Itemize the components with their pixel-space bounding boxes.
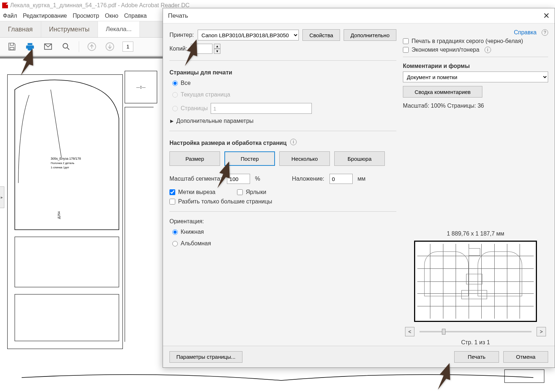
comments-select[interactable]: Документ и пометки	[403, 72, 548, 82]
expand-handle-icon[interactable]: ▸	[0, 186, 4, 208]
page-number-input[interactable]	[122, 42, 133, 52]
help-link[interactable]: Справка	[514, 29, 537, 36]
dialog-titlebar: Печать ✕	[163, 8, 555, 23]
cut-marks-checkbox[interactable]: Метки выреза	[169, 189, 215, 195]
properties-button[interactable]: Свойства	[302, 29, 340, 41]
tab-tools[interactable]: Инструменты	[41, 21, 98, 37]
menu-file[interactable]: Файл	[3, 13, 17, 19]
help-info-icon[interactable]: ?	[542, 29, 548, 36]
mode-multiple-button[interactable]: Несколько	[279, 151, 330, 166]
menu-window[interactable]: Окно	[105, 13, 118, 19]
tile-scale-input[interactable]	[227, 174, 250, 184]
svg-rect-4	[15, 294, 119, 341]
only-large-checkbox[interactable]: Разбить только большие страницы	[169, 198, 396, 205]
spin-down-icon[interactable]: ▼	[214, 49, 220, 54]
advanced-button[interactable]: Дополнительно	[344, 29, 396, 41]
copies-spinner[interactable]: ▲▼	[191, 44, 220, 54]
radio-pages[interactable]: Страницы	[169, 102, 396, 115]
svg-rect-9	[504, 370, 544, 383]
pattern-preview: 305s_Блуза 178/178 Полочка 2 деталь 1-сп…	[7, 74, 123, 349]
grayscale-checkbox[interactable]: Печать в градациях серого (черно-белая)	[403, 38, 548, 44]
printer-select[interactable]: Canon LBP3010/LBP3018/LBP3050	[198, 30, 299, 40]
menu-view[interactable]: Просмотр	[73, 13, 99, 19]
percent-label: %	[255, 176, 260, 182]
mode-size-button[interactable]: Размер	[169, 151, 220, 166]
labels-checkbox[interactable]: Ярлыки	[237, 189, 266, 195]
print-dialog: Печать ✕ Принтер: Canon LBP3010/LBP3018/…	[163, 8, 555, 368]
info-icon[interactable]: i	[485, 47, 491, 53]
pages-section-title: Страницы для печати	[169, 69, 396, 76]
menu-help[interactable]: Справка	[124, 13, 147, 19]
svg-point-0	[63, 43, 68, 48]
print-icon[interactable]	[25, 41, 35, 52]
info-icon[interactable]: i	[290, 139, 297, 145]
preview-dims: 1 889,76 x 1 187,7 мм	[403, 231, 548, 237]
tab-document[interactable]: Лекала...	[98, 21, 140, 37]
print-button[interactable]: Печать	[454, 351, 499, 363]
close-icon[interactable]: ✕	[543, 11, 550, 21]
divider	[79, 41, 79, 52]
radio-landscape[interactable]: Альбомная	[169, 239, 396, 248]
pdf-icon	[2, 3, 8, 8]
radio-all[interactable]: Все	[169, 79, 396, 87]
dialog-title: Печать	[168, 12, 188, 20]
preview-nav: < >	[403, 327, 548, 336]
mode-poster-button[interactable]: Постер	[224, 151, 275, 166]
svg-text:305s_Блуза 178/178: 305s_Блуза 178/178	[51, 157, 81, 160]
svg-text:Д254: Д254	[57, 211, 61, 219]
svg-rect-3	[15, 237, 119, 287]
printer-label: Принтер:	[169, 32, 194, 38]
mail-icon[interactable]	[43, 41, 53, 52]
radio-portrait[interactable]: Книжная	[169, 228, 396, 236]
search-icon[interactable]	[61, 41, 72, 52]
overlap-input[interactable]	[330, 174, 353, 184]
orientation-label: Ориентация:	[169, 218, 396, 225]
summarize-button[interactable]: Сводка комментариев	[403, 86, 482, 98]
scale-info: Масштаб: 100% Страницы: 36	[403, 103, 548, 109]
svg-text:Полочка 2 деталь: Полочка 2 деталь	[51, 161, 74, 165]
mode-booklet-button[interactable]: Брошюра	[334, 151, 385, 166]
more-params-disclosure[interactable]: ▶Дополнительные параметры	[169, 118, 396, 124]
pages-input	[211, 103, 312, 114]
page-setup-button[interactable]: Параметры страницы...	[169, 351, 242, 363]
page-counter: Стр. 1 из 1	[403, 339, 548, 346]
cancel-button[interactable]: Отмена	[503, 351, 548, 363]
tab-home[interactable]: Главная	[0, 21, 41, 37]
radio-current[interactable]: Текущая страница	[169, 90, 396, 99]
spin-up-icon[interactable]: ▲	[214, 44, 220, 49]
svg-text:1-спинка 1дет: 1-спинка 1дет	[51, 166, 69, 169]
tile-scale-label: Масштаб сегмента:	[169, 176, 222, 182]
bottom-page-strip	[7, 367, 548, 385]
pattern-strip	[125, 107, 154, 342]
menu-edit[interactable]: Редактирование	[23, 13, 67, 19]
nav-next-button[interactable]: >	[537, 327, 546, 336]
mm-label: мм	[358, 176, 366, 182]
overlap-label: Наложение:	[292, 176, 324, 182]
page-up-icon[interactable]	[86, 41, 97, 52]
zoom-slider[interactable]	[420, 331, 532, 332]
copies-label: Копий:	[169, 46, 187, 52]
comments-section-title: Комментарии и формы	[403, 63, 548, 69]
nav-prev-button[interactable]: <	[405, 327, 414, 336]
save-ink-checkbox[interactable]: Экономия чернил/тонера	[403, 47, 479, 53]
pattern-thumb: —‡—	[125, 71, 157, 103]
copies-input[interactable]	[191, 44, 212, 54]
save-icon[interactable]	[7, 41, 17, 52]
print-preview	[414, 241, 537, 322]
page-down-icon[interactable]	[104, 41, 115, 52]
size-section-title: Настройка размера и обработка страниц	[169, 140, 287, 146]
